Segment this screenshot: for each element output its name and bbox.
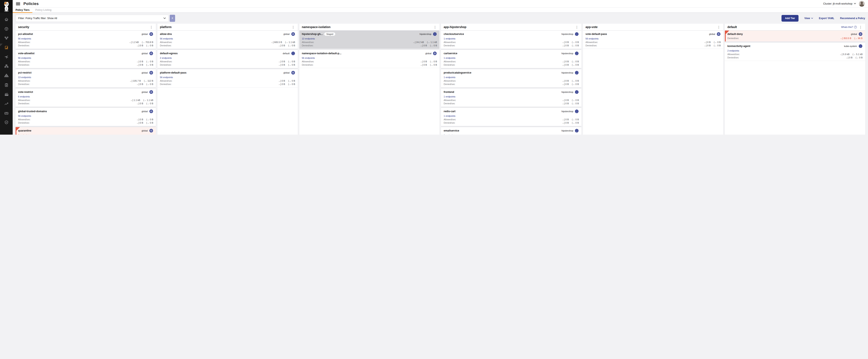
endpoints-link[interactable]: 2 endpoints bbox=[160, 57, 172, 59]
home-icon bbox=[4, 17, 9, 22]
global-scope-icon bbox=[149, 32, 153, 36]
inbound-icon: →] bbox=[130, 99, 133, 101]
tier-header: platform ⋮ bbox=[157, 24, 298, 31]
policy-card-vote-restrict[interactable]: vote-restrictglobal 6 endpoints Allowed/… bbox=[16, 88, 156, 107]
policy-name: vote-allowlist bbox=[18, 52, 34, 55]
policy-name: pci-allowlist bbox=[18, 33, 33, 35]
policy-card-namespace-isolation-default-p[interactable]: namespace-isolation-default-p...global 5… bbox=[299, 50, 325, 68]
policy-scope: global bbox=[283, 72, 289, 74]
sidebar-item-trend[interactable] bbox=[0, 99, 13, 108]
outbound-icon: (→ bbox=[142, 41, 145, 44]
sidebar-nav bbox=[0, 13, 13, 127]
tier-name: platform bbox=[160, 25, 172, 29]
sidebar-item-compliance[interactable] bbox=[0, 80, 13, 89]
policy-card-header: platform-default-passglobal bbox=[160, 71, 295, 75]
policy-name: hipstershop-gh... bbox=[302, 33, 323, 35]
traffic-row: Allowed/sec →]1.2 kB (→703.8 B bbox=[18, 40, 153, 44]
inbound-icon: →] bbox=[136, 83, 139, 85]
traffic-row: Allowed/sec →]105.7 B (→112 B bbox=[18, 79, 153, 82]
policy-card-vote-allowlist[interactable]: vote-allowlistglobal 56 endpoints Allowe… bbox=[16, 50, 156, 68]
policy-card-global-trusted-domains[interactable]: global-trusted-domainsglobal 56 endpoint… bbox=[16, 108, 156, 126]
traffic-row: Denied/sec →]0 B (→0 B bbox=[160, 44, 295, 47]
policy-card-header: vote-restrictglobal bbox=[18, 90, 153, 94]
policy-card-list: allow-dnsglobal 56 endpoints Allowed/sec… bbox=[157, 31, 298, 87]
traffic-row: Denied/sec →]0 B (→0 B bbox=[18, 102, 153, 105]
namespace-scope-icon: ns bbox=[291, 51, 295, 55]
sidebar-item-home[interactable] bbox=[0, 15, 13, 24]
inbound-icon: →] bbox=[136, 121, 139, 124]
outbound-icon: (→ bbox=[288, 83, 291, 85]
inbound-icon: →] bbox=[130, 80, 132, 82]
policy-card-header: pci-restrictglobal bbox=[18, 71, 153, 75]
sidebar-item-service-graph[interactable] bbox=[0, 33, 13, 43]
svg-text:ns: ns bbox=[293, 54, 293, 55]
sidebar-item-dashboard[interactable] bbox=[0, 24, 13, 33]
clear-filter-button[interactable]: X bbox=[170, 15, 175, 22]
outbound-icon: (→ bbox=[288, 44, 291, 47]
page-title: Policies bbox=[24, 1, 39, 6]
calico-cat-logo[interactable] bbox=[0, 0, 13, 13]
policy-card-pci-allowlist[interactable]: pci-allowlistglobal 56 endpoints Allowed… bbox=[16, 31, 156, 49]
menu-icon[interactable] bbox=[16, 2, 20, 5]
inbound-icon: →] bbox=[278, 44, 281, 47]
endpoints-link[interactable]: 56 endpoints bbox=[160, 76, 173, 79]
policy-scope: global bbox=[283, 33, 289, 35]
endpoints-link[interactable]: 6 endpoints bbox=[18, 95, 30, 98]
sidebar-item-timeline[interactable] bbox=[0, 89, 13, 99]
sidebar-item-network-sets[interactable] bbox=[0, 52, 13, 61]
tab-policy-listing[interactable]: Policy Listing bbox=[32, 7, 54, 12]
traffic-row: Denied/sec →]0 B (→0 B bbox=[18, 63, 153, 66]
endpoints-link[interactable]: 13 endpoints bbox=[18, 76, 31, 79]
endpoints-link[interactable]: 56 endpoints bbox=[18, 37, 31, 40]
endpoints-link[interactable]: 56 endpoints bbox=[18, 115, 31, 117]
traffic-row: Denied/sec →]0 B (→0 B bbox=[18, 121, 153, 125]
policy-card-header: global-trusted-domainsglobal bbox=[18, 109, 153, 113]
policy-name: platform-default-pass bbox=[160, 71, 186, 74]
timeline-icon bbox=[4, 92, 9, 96]
sidebar-item-endpoints[interactable] bbox=[0, 61, 13, 71]
policy-card-default-egress[interactable]: default-egressdefault ns2 endpoints Allo… bbox=[157, 50, 298, 68]
policy-card-allow-dns[interactable]: allow-dnsglobal 56 endpoints Allowed/sec… bbox=[157, 31, 298, 49]
endpoints-link[interactable]: 56 endpoints bbox=[18, 57, 31, 59]
service-graph-icon bbox=[4, 36, 9, 40]
tier-menu-icon[interactable]: ⋮ bbox=[149, 26, 153, 29]
policy-scope: global bbox=[142, 91, 148, 93]
policy-card-header: default-egressdefault ns bbox=[160, 51, 295, 55]
policy-card-pci-restrict[interactable]: pci-restrictglobal 13 endpoints Allowed/… bbox=[16, 69, 156, 87]
traffic-row: Allowed/sec →]0 B (→0 B bbox=[160, 60, 295, 63]
filter-value: Filter: Policy Traffic filter: Show All bbox=[18, 17, 57, 20]
policy-name: vote-restrict bbox=[18, 90, 33, 93]
traffic-row: Allowed/sec →]24.2 kB (→1.1 kB bbox=[302, 40, 325, 44]
policy-name: allow-dns bbox=[160, 33, 172, 35]
sidebar-item-policies[interactable] bbox=[0, 43, 13, 52]
endpoints-link[interactable]: 56 endpoints bbox=[302, 57, 315, 59]
global-scope-icon bbox=[149, 90, 153, 94]
sidebar-item-nodes[interactable] bbox=[0, 71, 13, 80]
policy-card-hipstershop-gh[interactable]: hipstershop-gh...Stagedhipstershop ns13 … bbox=[299, 31, 325, 49]
policy-card-platform-default-pass[interactable]: platform-default-passglobal 56 endpoints… bbox=[157, 69, 298, 87]
inbound-icon: →] bbox=[136, 60, 139, 63]
endpoints-link[interactable]: 13 endpoints bbox=[302, 37, 315, 40]
tab-policy-tiers[interactable]: Policy Tiers bbox=[13, 7, 32, 12]
global-scope-icon bbox=[291, 32, 295, 36]
global-scope-icon bbox=[291, 71, 295, 75]
outbound-icon: (→ bbox=[146, 60, 149, 63]
sidebar-item-shield[interactable] bbox=[0, 118, 13, 127]
policy-card-quarantine[interactable]: quarantineglobal 0 endpoints bbox=[16, 127, 156, 135]
inbound-icon: →] bbox=[271, 41, 273, 44]
nodes-icon bbox=[4, 73, 9, 78]
policy-filter-select[interactable]: Filter: Policy Traffic filter: Show All bbox=[16, 15, 168, 22]
policy-name: namespace-isolation-default-p... bbox=[302, 52, 325, 55]
traffic-row: Allowed/sec →]1.1 kB (→1.1 kB bbox=[18, 99, 153, 102]
policies-icon bbox=[4, 45, 9, 50]
policy-scope: global bbox=[142, 52, 148, 55]
endpoints-link[interactable]: 56 endpoints bbox=[160, 37, 173, 40]
traffic-row: Denied/sec →]0 B (→0 B bbox=[18, 44, 153, 47]
tier-columns: security ⋮ pci-allowlistglobal 56 endpoi… bbox=[16, 24, 325, 135]
compliance-icon bbox=[4, 83, 9, 87]
inbound-icon: →] bbox=[136, 44, 139, 47]
tier-menu-icon[interactable]: ⋮ bbox=[291, 26, 295, 29]
endpoints-link[interactable]: 0 endpoints bbox=[18, 134, 30, 135]
trend-icon bbox=[4, 101, 9, 106]
sidebar-item-storage[interactable] bbox=[0, 108, 13, 118]
